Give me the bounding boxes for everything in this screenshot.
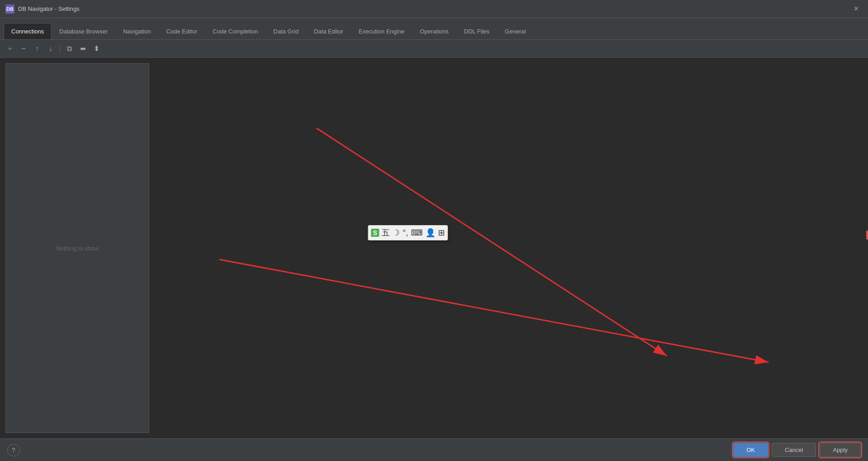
tab-connections[interactable]: Connections: [4, 23, 52, 39]
floating-toolbar-widget: S 五 ☽ °, ⌨ 👤 ⊞: [368, 225, 448, 240]
tab-database-browser[interactable]: Database Browser: [52, 23, 115, 39]
tab-data-editor[interactable]: Data Editor: [306, 23, 351, 39]
app-icon: DB: [5, 5, 14, 14]
widget-grid-icon: ⊞: [438, 228, 445, 238]
svg-line-3: [219, 259, 769, 362]
tab-general[interactable]: General: [497, 23, 533, 39]
help-button[interactable]: ?: [7, 444, 20, 456]
tab-data-grid[interactable]: Data Grid: [266, 23, 307, 39]
title-bar: DB DB Navigator - Settings ×: [0, 0, 868, 18]
bottom-bar: ? OK Cancel Apply: [0, 438, 868, 461]
svg-line-2: [316, 128, 667, 356]
tab-ddl-files[interactable]: DDL Files: [456, 23, 497, 39]
tab-execution-engine[interactable]: Execution Engine: [351, 23, 412, 39]
main-content: Nothing to show S 五 ☽ °, ⌨ 👤 ⊞: [0, 58, 868, 438]
toolbar-move-down-button[interactable]: ↓: [44, 42, 57, 55]
apply-button[interactable]: Apply: [820, 443, 861, 457]
tab-operations[interactable]: Operations: [412, 23, 457, 39]
empty-state-text: Nothing to show: [56, 245, 98, 252]
widget-s-icon: S: [371, 229, 379, 237]
widget-moon-icon: ☽: [392, 228, 400, 238]
right-panel: S 五 ☽ °, ⌨ 👤 ⊞: [149, 58, 868, 438]
cancel-button[interactable]: Cancel: [772, 443, 816, 457]
toolbar-remove-button[interactable]: −: [17, 42, 30, 55]
arrows-overlay: [149, 58, 868, 438]
tab-code-editor[interactable]: Code Editor: [159, 23, 205, 39]
tab-code-completion[interactable]: Code Completion: [205, 23, 265, 39]
toolbar-separator: [60, 44, 60, 53]
widget-user-icon: 👤: [425, 228, 435, 238]
toolbar-export-button[interactable]: ⬍: [90, 42, 103, 55]
toolbar-add-button[interactable]: +: [4, 42, 16, 55]
tab-navigation[interactable]: Navigation: [115, 23, 158, 39]
toolbar: +−↑↓⧉⬌⬍: [0, 40, 868, 58]
right-edge-indicator: [866, 230, 868, 240]
bottom-right: OK Cancel Apply: [733, 443, 861, 457]
tabs-bar: ConnectionsDatabase BrowserNavigationCod…: [0, 18, 868, 40]
title-bar-left: DB DB Navigator - Settings: [5, 5, 80, 14]
bottom-left: ?: [7, 444, 20, 456]
toolbar-move-up-button[interactable]: ↑: [31, 42, 43, 55]
widget-keyboard-icon: ⌨: [411, 228, 423, 238]
close-button[interactable]: ×: [850, 3, 863, 15]
connections-list-panel: Nothing to show: [5, 63, 149, 433]
widget-chinese-icon: 五: [382, 227, 390, 238]
ok-button[interactable]: OK: [733, 443, 768, 457]
widget-degree-icon: °,: [402, 228, 408, 238]
window-title: DB Navigator - Settings: [18, 5, 80, 12]
toolbar-copy-button[interactable]: ⧉: [63, 42, 75, 55]
toolbar-import-button[interactable]: ⬌: [76, 42, 89, 55]
